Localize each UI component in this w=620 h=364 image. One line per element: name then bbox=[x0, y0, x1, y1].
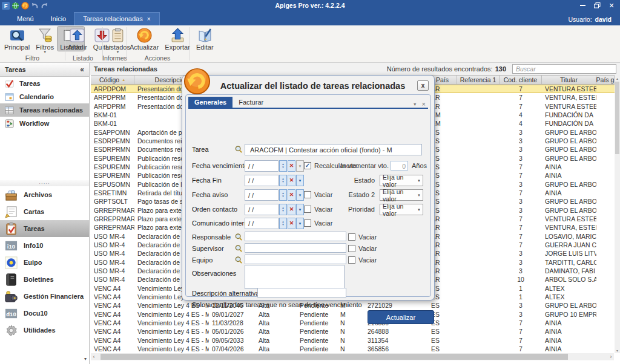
recalcular-vto-checkbox[interactable] bbox=[304, 162, 311, 169]
sidebar-module-utilidades[interactable]: Utilidades bbox=[0, 322, 89, 339]
search-input[interactable]: Buscar bbox=[512, 64, 616, 74]
spinner-control[interactable]: ▲▼ bbox=[279, 189, 287, 201]
search-icon[interactable] bbox=[234, 233, 243, 241]
search-icon[interactable] bbox=[234, 244, 243, 253]
tab-menu[interactable]: Menú bbox=[8, 13, 42, 25]
tarea-input[interactable]: ARACOFM | Contestar acción oficial (fond… bbox=[245, 144, 422, 155]
column-header-referencia-1[interactable]: Referencia 1 bbox=[457, 75, 500, 85]
sidebar-module-docu10[interactable]: d10Docu10 bbox=[0, 305, 89, 322]
calendar-dropdown-icon[interactable]: ▼ bbox=[296, 160, 304, 172]
sidebar-divider[interactable]: ····· bbox=[0, 180, 89, 186]
cell-cod_cliente: 7 bbox=[500, 215, 542, 223]
orden-contacto-vaciar-checkbox[interactable] bbox=[304, 206, 311, 213]
close-button[interactable]: × bbox=[604, 0, 619, 11]
cell-titular: FUNDACIÓN DA bbox=[542, 120, 596, 127]
sidebar-module-gestion-financiera[interactable]: Gestión Financiera bbox=[0, 288, 89, 305]
vertical-scrollbar[interactable]: ▴ ▾ bbox=[615, 75, 620, 353]
supervisor-vaciar-checkbox[interactable] bbox=[348, 245, 355, 252]
scroll-down-icon[interactable]: ▾ bbox=[615, 347, 620, 353]
sidebar-module-tareas[interactable]: Tareas bbox=[0, 220, 89, 237]
table-row[interactable]: VENC A4Vencimiento Ley 4 ES - M,N05/01/2… bbox=[91, 327, 615, 336]
responsable-input[interactable] bbox=[245, 232, 346, 241]
tab-tareas-relacionadas[interactable]: Tareas relacionadas× bbox=[74, 13, 159, 25]
observaciones-textarea[interactable] bbox=[245, 265, 345, 289]
column-header-codigo[interactable]: Código▲ bbox=[91, 75, 134, 85]
fecha-vencimiento-input[interactable]: / /▲▼✕▼ bbox=[245, 160, 304, 172]
calendar-dropdown-icon[interactable]: ▼ bbox=[296, 175, 304, 186]
clear-date-icon[interactable]: ✕ bbox=[288, 218, 295, 229]
tab-generales[interactable]: Generales bbox=[188, 97, 232, 108]
table-row[interactable]: VENC A4Vencimiento Ley 4 ES - M,N09/05/2… bbox=[91, 336, 615, 345]
comunicado-vaciar-checkbox[interactable] bbox=[304, 219, 311, 227]
fecha-aviso-input[interactable]: / /▲▼✕▼ bbox=[245, 189, 304, 201]
tab-facturar[interactable]: Facturar bbox=[232, 97, 269, 108]
clear-date-icon[interactable]: ✕ bbox=[288, 204, 295, 215]
supervisor-input[interactable] bbox=[245, 243, 346, 253]
scroll-right-icon[interactable]: › bbox=[608, 353, 614, 360]
editar-button[interactable]: Editar bbox=[194, 27, 216, 51]
estado2-select[interactable]: Elija un valor▼ bbox=[380, 189, 423, 201]
table-row[interactable]: VENC A4Vencimiento Ley 4 ES - M,N07/04/2… bbox=[91, 345, 615, 353]
column-header-titular[interactable]: Titular bbox=[542, 75, 596, 85]
close-tab-icon[interactable]: × bbox=[422, 100, 426, 108]
close-tab-icon[interactable]: × bbox=[147, 16, 151, 22]
filtros-button[interactable]: Filtros▼ bbox=[33, 27, 56, 54]
restore-button[interactable] bbox=[590, 0, 604, 11]
calendar-dropdown-icon[interactable]: ▼ bbox=[296, 218, 304, 229]
tab-inicio[interactable]: Inicio bbox=[42, 13, 75, 25]
vertical-scroll-thumb[interactable] bbox=[615, 82, 619, 154]
minimize-button[interactable] bbox=[575, 0, 590, 11]
sidebar-module-archivos[interactable]: Archivos bbox=[0, 186, 89, 203]
table-row[interactable]: VENC A4Vencimiento Ley 4 ES - M,N11/03/2… bbox=[91, 319, 615, 327]
letter-icon bbox=[4, 205, 18, 219]
search-icon[interactable] bbox=[234, 256, 243, 264]
anadir-button[interactable]: Añadir bbox=[65, 27, 90, 51]
estado-select[interactable]: Elija un valor▼ bbox=[380, 175, 423, 186]
sidebar-module-euipo[interactable]: Euipo bbox=[0, 254, 89, 271]
spinner-control[interactable]: ▲▼ bbox=[279, 175, 287, 186]
actualizar-button[interactable]: Actualizar bbox=[368, 310, 434, 324]
chevron-down-icon[interactable]: ▼ bbox=[413, 102, 417, 106]
incrementar-vto-input[interactable]: 0 bbox=[391, 161, 408, 171]
sidebar-item-tareas[interactable]: Tareas bbox=[0, 77, 89, 90]
clear-date-icon[interactable]: ✕ bbox=[288, 189, 295, 201]
calendar-dropdown-icon[interactable]: ▼ bbox=[296, 189, 304, 201]
cell-codigo: ESPUREMN bbox=[91, 155, 134, 162]
principal-button[interactable]: Principal bbox=[2, 27, 32, 51]
scroll-left-icon[interactable]: ‹ bbox=[91, 353, 97, 360]
calendar-dropdown-icon[interactable]: ▼ bbox=[296, 204, 304, 215]
sidebar-item-calendario[interactable]: Calendario bbox=[0, 90, 89, 103]
comunicado-input[interactable]: / /▲▼✕▼ bbox=[245, 218, 304, 229]
column-header-pais-g[interactable]: País g bbox=[596, 75, 615, 85]
spinner-control[interactable]: ▲▼ bbox=[279, 204, 287, 215]
sidebar-overflow-button[interactable]: ▾ bbox=[84, 356, 87, 362]
horizontal-scroll-thumb[interactable] bbox=[101, 354, 568, 360]
chevrons-left-icon[interactable]: « bbox=[80, 65, 84, 74]
orden-contacto-input[interactable]: / /▲▼✕▼ bbox=[245, 204, 304, 215]
sidebar-module-info10[interactable]: i10Info10 bbox=[0, 237, 89, 254]
clear-date-icon[interactable]: ✕ bbox=[288, 160, 295, 172]
prioridad-select[interactable]: Elija un valor▼ bbox=[380, 204, 423, 215]
tasks-icon bbox=[4, 222, 18, 236]
dialog-close-button[interactable]: x bbox=[417, 80, 429, 91]
sidebar-module-cartas[interactable]: Cartas bbox=[0, 203, 89, 220]
actualizar-button[interactable]: Actualizar bbox=[127, 27, 161, 51]
sidebar-item-workflow[interactable]: Workflow bbox=[0, 117, 89, 130]
equipo-vaciar-checkbox[interactable] bbox=[348, 256, 355, 264]
sidebar-item-tareas-relacionadas[interactable]: Tareas relacionadas bbox=[0, 103, 89, 117]
descripcion-alternativa-input[interactable] bbox=[257, 288, 346, 297]
spinner-control[interactable]: ▲▼ bbox=[279, 218, 287, 229]
table-row[interactable]: VENC A4Vencimiento Ley 4 ES - M,N09/01/2… bbox=[91, 310, 615, 319]
exportar-button[interactable]: Exportar bbox=[162, 27, 193, 51]
scroll-up-icon[interactable]: ▴ bbox=[615, 75, 620, 81]
search-icon[interactable] bbox=[234, 145, 243, 154]
responsable-vaciar-checkbox[interactable] bbox=[348, 233, 355, 241]
fecha-aviso-vaciar-checkbox[interactable] bbox=[304, 191, 311, 198]
equipo-input[interactable] bbox=[245, 255, 346, 264]
spinner-control[interactable]: ▲▼ bbox=[279, 160, 287, 172]
fecha-fin-input[interactable]: / /▲▼✕▼ bbox=[245, 175, 304, 186]
clear-date-icon[interactable]: ✕ bbox=[288, 175, 295, 186]
sidebar-module-boletines[interactable]: Boletines bbox=[0, 271, 89, 288]
horizontal-scrollbar[interactable]: ‹ › bbox=[91, 353, 614, 360]
column-header-cod-cliente[interactable]: Cod. cliente bbox=[500, 75, 542, 85]
